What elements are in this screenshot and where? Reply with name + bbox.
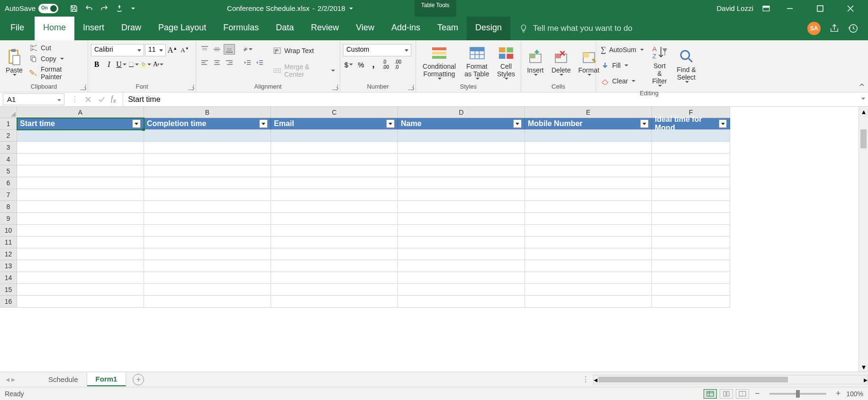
bold-button[interactable]: B xyxy=(91,59,102,70)
filter-button[interactable] xyxy=(513,119,522,128)
qat-dropdown-icon[interactable] xyxy=(131,8,135,9)
column-header-C[interactable]: C xyxy=(271,107,398,118)
cell-styles-button[interactable]: Cell Styles xyxy=(494,42,518,82)
cell[interactable] xyxy=(271,130,398,142)
new-sheet-button[interactable]: + xyxy=(133,374,144,385)
underline-button[interactable]: U xyxy=(116,59,127,70)
cell[interactable] xyxy=(17,154,144,165)
scroll-left-icon[interactable]: ◂ xyxy=(594,375,597,385)
filter-button[interactable] xyxy=(640,119,649,128)
autosave-toggle[interactable]: AutoSave On xyxy=(0,4,63,13)
share-icon[interactable] xyxy=(829,23,840,34)
merge-center-button[interactable]: Merge & Center xyxy=(271,63,337,79)
autosum-button[interactable]: ∑AutoSum xyxy=(599,45,646,55)
expand-formula-bar[interactable] xyxy=(861,98,865,100)
cell[interactable] xyxy=(17,272,144,284)
row-header[interactable]: 11 xyxy=(0,236,17,248)
cell[interactable] xyxy=(525,189,652,201)
cell[interactable] xyxy=(144,142,271,154)
tab-insert[interactable]: Insert xyxy=(74,17,113,40)
cell[interactable] xyxy=(271,225,398,236)
cell[interactable] xyxy=(525,177,652,189)
cell[interactable] xyxy=(144,177,271,189)
cell[interactable] xyxy=(398,201,525,213)
cell[interactable] xyxy=(398,154,525,165)
cell[interactable] xyxy=(652,225,730,236)
minimize-button[interactable] xyxy=(779,2,801,15)
cell[interactable] xyxy=(525,225,652,236)
cell[interactable] xyxy=(525,236,652,248)
cell[interactable] xyxy=(398,296,525,308)
select-all-corner[interactable] xyxy=(0,107,17,118)
filter-button[interactable] xyxy=(719,119,727,128)
cell[interactable] xyxy=(525,201,652,213)
cell[interactable] xyxy=(398,284,525,296)
cell[interactable] xyxy=(271,189,398,201)
cell[interactable] xyxy=(525,248,652,260)
cell[interactable] xyxy=(652,130,730,142)
row-header[interactable]: 9 xyxy=(0,213,17,225)
cell[interactable] xyxy=(144,154,271,165)
cell[interactable] xyxy=(398,142,525,154)
touch-mode-icon[interactable] xyxy=(115,4,124,13)
hscroll-thumb[interactable] xyxy=(598,377,788,382)
cell[interactable] xyxy=(525,165,652,177)
cell[interactable] xyxy=(17,165,144,177)
cell[interactable] xyxy=(525,260,652,272)
scroll-down-icon[interactable]: ▾ xyxy=(859,362,868,372)
tab-file[interactable]: File xyxy=(0,17,35,40)
title-dropdown-icon[interactable] xyxy=(349,8,353,9)
cell[interactable] xyxy=(144,213,271,225)
conditional-formatting-button[interactable]: Conditional Formatting xyxy=(419,42,460,82)
cell[interactable] xyxy=(525,272,652,284)
clear-button[interactable]: Clear xyxy=(599,76,646,86)
avatar[interactable]: SA xyxy=(807,22,821,35)
cell[interactable] xyxy=(17,130,144,142)
row-header[interactable]: 7 xyxy=(0,189,17,201)
cell[interactable] xyxy=(144,189,271,201)
cell[interactable]: Completion time xyxy=(144,118,271,130)
row-header[interactable]: 5 xyxy=(0,165,17,177)
cell[interactable] xyxy=(17,142,144,154)
italic-button[interactable]: I xyxy=(103,59,115,70)
cell[interactable] xyxy=(271,154,398,165)
percent-format-button[interactable]: % xyxy=(355,59,367,70)
next-sheet-icon[interactable]: ▸ xyxy=(11,375,15,384)
cell[interactable] xyxy=(271,260,398,272)
font-dialog-launcher[interactable] xyxy=(188,84,194,90)
row-header[interactable]: 3 xyxy=(0,142,17,154)
number-format-combo[interactable]: Custom xyxy=(343,44,411,56)
zoom-level[interactable]: 100% xyxy=(846,390,863,398)
cell[interactable]: Ideal time for Mond xyxy=(652,118,730,130)
row-header[interactable]: 1 xyxy=(0,118,17,130)
align-bottom-button[interactable] xyxy=(224,44,235,55)
cell[interactable] xyxy=(652,177,730,189)
cell[interactable] xyxy=(652,272,730,284)
tab-design[interactable]: Design xyxy=(467,17,510,40)
cell[interactable] xyxy=(144,260,271,272)
prev-sheet-icon[interactable]: ◂ xyxy=(6,375,9,384)
font-size-combo[interactable]: 11 xyxy=(145,44,166,56)
cell[interactable] xyxy=(17,201,144,213)
cell[interactable] xyxy=(398,236,525,248)
align-middle-button[interactable] xyxy=(211,44,223,55)
tab-team[interactable]: Team xyxy=(429,17,467,40)
page-break-view-button[interactable] xyxy=(736,389,749,399)
tab-page-layout[interactable]: Page Layout xyxy=(150,17,215,40)
format-as-table-button[interactable]: Format as Table xyxy=(461,42,492,82)
tell-me-search[interactable]: Tell me what you want to do xyxy=(510,17,641,40)
cell[interactable] xyxy=(144,165,271,177)
row-header[interactable]: 12 xyxy=(0,248,17,260)
ribbon-options-icon[interactable] xyxy=(762,4,770,13)
cell[interactable] xyxy=(652,213,730,225)
cell[interactable] xyxy=(398,213,525,225)
format-painter-button[interactable]: Format Painter xyxy=(27,65,85,81)
cell[interactable] xyxy=(271,296,398,308)
cell[interactable] xyxy=(144,130,271,142)
shrink-font-button[interactable]: A▼ xyxy=(179,45,190,55)
increase-decimal-button[interactable]: .0.00 xyxy=(380,59,391,70)
toggle-switch[interactable]: On xyxy=(38,4,58,13)
cell[interactable] xyxy=(652,165,730,177)
cell[interactable] xyxy=(271,284,398,296)
horizontal-scrollbar[interactable]: ◂ ▸ xyxy=(593,375,868,384)
